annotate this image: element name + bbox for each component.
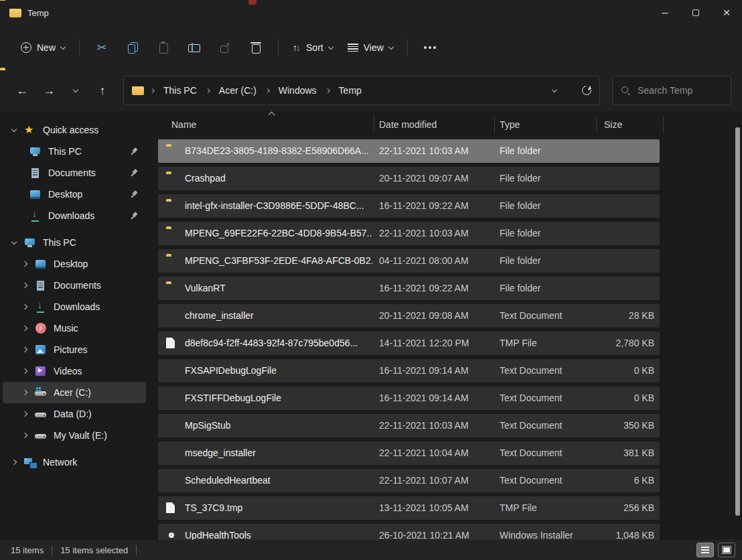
close-icon — [723, 5, 730, 20]
chevron-right-icon[interactable] — [22, 368, 27, 374]
paste-button[interactable] — [148, 35, 179, 60]
rename-icon — [188, 43, 200, 52]
file-row[interactable]: UpdHealthTools 26-10-2021 10:21 AM Windo… — [158, 524, 660, 540]
navigation-pane: Quick access This PC Documents Desktop D… — [0, 111, 149, 540]
pictures-icon — [35, 344, 47, 356]
column-header-type[interactable]: Type — [500, 119, 520, 130]
new-button[interactable]: New — [13, 35, 72, 60]
delete-button[interactable] — [240, 35, 271, 60]
search-input[interactable] — [638, 85, 718, 96]
breadcrumb-item-temp[interactable]: Temp — [336, 83, 364, 98]
chevron-right-icon[interactable] — [11, 460, 17, 465]
share-icon — [220, 43, 230, 53]
recent-locations-button[interactable] — [64, 79, 87, 102]
toolbar-divider — [79, 39, 80, 56]
back-button[interactable] — [11, 79, 33, 102]
file-row[interactable]: FXSAPIDebugLogFile 16-11-2021 09:14 AM T… — [158, 359, 660, 382]
share-button[interactable] — [210, 35, 240, 60]
column-header-size[interactable]: Size — [604, 119, 622, 130]
pin-icon — [127, 210, 139, 222]
sort-button[interactable]: Sort — [285, 35, 340, 60]
chevron-right-icon[interactable] — [22, 326, 27, 331]
folder-icon — [132, 86, 144, 95]
breadcrumb-item-this-pc[interactable]: This PC — [161, 83, 200, 98]
downloads-icon — [29, 210, 42, 222]
column-header-date-modified[interactable]: Date modified — [379, 119, 437, 130]
rename-button[interactable] — [179, 35, 210, 60]
sidebar-item-this-pc[interactable]: This PC — [3, 232, 146, 253]
chevron-right-icon[interactable] — [22, 304, 27, 309]
file-row[interactable]: TS_37C9.tmp 13-11-2021 10:05 AM TMP File… — [158, 496, 660, 520]
sidebar-item-downloads[interactable]: Downloads — [3, 296, 146, 318]
chevron-down-icon[interactable] — [11, 238, 17, 244]
refresh-icon[interactable] — [580, 84, 593, 97]
forward-button[interactable] — [38, 79, 60, 102]
file-row[interactable]: ScheduledHeartbeat 22-11-2021 10:07 AM T… — [158, 469, 660, 492]
file-row[interactable]: chrome_installer 20-11-2021 09:08 AM Tex… — [158, 304, 660, 328]
chevron-down-icon — [60, 44, 66, 49]
column-divider[interactable] — [494, 116, 495, 133]
file-row[interactable]: FXSTIFFDebugLogFile 16-11-2021 09:14 AM … — [158, 387, 660, 410]
toolbar-divider — [407, 39, 408, 56]
column-header-name[interactable]: Name — [171, 119, 196, 130]
new-button-label: New — [37, 42, 56, 53]
details-view-button[interactable] — [696, 543, 714, 557]
up-button[interactable] — [91, 79, 114, 102]
chevron-down-icon[interactable] — [11, 126, 17, 131]
paste-icon — [159, 42, 167, 53]
view-button[interactable]: View — [340, 35, 400, 60]
file-row[interactable]: d8ef8c94-f2ff-4483-92f4-87c795be0d56... … — [158, 332, 660, 355]
sidebar-item-my-vault-e[interactable]: My Vault (E:) — [3, 425, 146, 446]
scrollbar-thumb[interactable] — [735, 127, 740, 516]
file-row[interactable]: msedge_installer 22-11-2021 10:04 AM Tex… — [158, 441, 660, 465]
chevron-right-icon[interactable] — [22, 390, 27, 395]
search-box[interactable] — [612, 76, 731, 105]
close-button[interactable] — [711, 0, 742, 25]
column-divider[interactable] — [663, 116, 664, 133]
see-more-button[interactable] — [415, 35, 445, 60]
sidebar-item-documents-pinned[interactable]: Documents — [3, 162, 146, 184]
sidebar-item-quick-access[interactable]: Quick access — [3, 119, 146, 141]
pin-icon — [127, 167, 139, 179]
sidebar-item-pictures[interactable]: Pictures — [3, 339, 146, 360]
sidebar-item-network[interactable]: Network — [3, 451, 146, 473]
large-icons-view-button[interactable] — [718, 543, 735, 557]
network-icon — [24, 457, 36, 468]
breadcrumb-item-acer-c[interactable]: Acer (C:) — [216, 83, 259, 98]
chevron-right-icon[interactable] — [22, 433, 27, 438]
maximize-button[interactable] — [680, 0, 711, 25]
chevron-down-icon — [73, 86, 78, 92]
cut-button[interactable] — [86, 35, 117, 60]
chevron-right-icon[interactable] — [22, 347, 27, 352]
chevron-right-icon[interactable] — [22, 411, 27, 417]
breadcrumb-item-windows[interactable]: Windows — [276, 83, 319, 98]
vertical-scrollbar[interactable] — [730, 111, 742, 540]
column-divider[interactable] — [596, 116, 597, 133]
file-row[interactable]: MPENG_69FE22F6-22BC-4DD8-9B54-B57... 22-… — [158, 222, 660, 245]
column-divider[interactable] — [374, 116, 374, 133]
file-row[interactable]: MPENG_C3FBF53F-2EDE-4FA8-AFCB-0B2... 04-… — [158, 249, 660, 273]
sidebar-item-desktop-pinned[interactable]: Desktop — [3, 184, 146, 205]
breadcrumb[interactable]: This PC Acer (C:) Windows Temp — [123, 76, 600, 105]
chevron-down-icon — [327, 44, 333, 49]
address-dropdown-chevron-icon[interactable] — [552, 86, 557, 92]
sidebar-item-videos[interactable]: Videos — [3, 360, 146, 382]
file-row[interactable]: MpSigStub 22-11-2021 10:03 AM Text Docum… — [158, 414, 660, 437]
file-row[interactable]: B734DE23-3805-4189-8382-E58906D66A... 22… — [158, 139, 660, 163]
sidebar-item-this-pc-pinned[interactable]: This PC — [3, 141, 146, 162]
copy-button[interactable] — [117, 35, 148, 60]
sidebar-item-documents[interactable]: Documents — [3, 275, 146, 296]
minimize-button[interactable] — [650, 0, 680, 25]
sidebar-item-downloads-pinned[interactable]: Downloads — [3, 205, 146, 226]
file-row[interactable]: Crashpad 20-11-2021 09:07 AM File folder — [158, 167, 660, 190]
chevron-right-icon[interactable] — [22, 283, 27, 288]
sidebar-item-data-d[interactable]: Data (D:) — [3, 403, 146, 425]
file-row[interactable]: intel-gfx-installer-C3D9886E-5DDF-48BC..… — [158, 194, 660, 218]
drive-c-icon — [35, 387, 47, 399]
sidebar-item-acer-c[interactable]: Acer (C:) — [3, 382, 146, 403]
chevron-right-icon[interactable] — [22, 261, 27, 267]
selection-count: 15 items selected — [60, 545, 128, 555]
sidebar-item-music[interactable]: Music — [3, 318, 146, 339]
sidebar-item-desktop[interactable]: Desktop — [3, 253, 146, 275]
file-row[interactable]: VulkanRT 16-11-2021 09:22 AM File folder — [158, 277, 660, 300]
